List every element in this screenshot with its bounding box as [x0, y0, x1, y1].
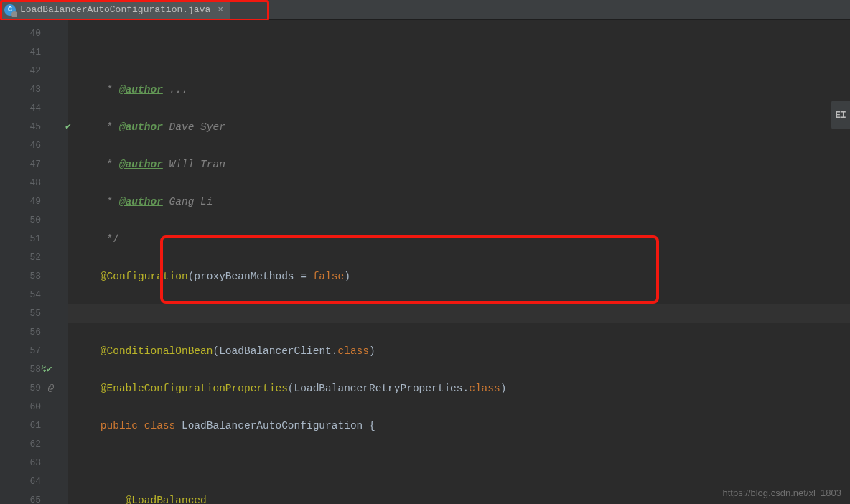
- current-line-highlight: [68, 304, 850, 323]
- code-line: @EnableConfigurationProperties(LoadBalan…: [75, 379, 850, 398]
- editor-tab[interactable]: LoadBalancerAutoConfiguration.java ×: [0, 0, 230, 19]
- line-number: 54: [0, 286, 41, 304]
- tab-bar: LoadBalancerAutoConfiguration.java ×: [0, 0, 850, 20]
- line-number: 65: [0, 491, 41, 504]
- code-line: * @author Will Tran: [75, 155, 850, 174]
- watermark: https://blog.csdn.net/xl_1803: [722, 487, 841, 498]
- code-line: @ConditionalOnBean(LoadBalancerClient.cl…: [75, 342, 850, 360]
- line-number: 60: [0, 398, 41, 416]
- line-number: 47: [0, 155, 41, 174]
- line-number: 45: [0, 118, 41, 136]
- code-line: public class LoadBalancerAutoConfigurati…: [75, 416, 850, 435]
- line-number: 51: [0, 230, 41, 248]
- line-number: 46: [0, 136, 41, 155]
- gutter: 40 41 42 43 44 45 46 47 48 49 50 51 52 5…: [0, 20, 68, 504]
- line-number: 41: [0, 43, 41, 62]
- line-number: 64: [0, 472, 41, 491]
- line-number: 56: [0, 323, 41, 342]
- line-number: 42: [0, 62, 41, 80]
- code-line: [75, 454, 850, 472]
- close-icon[interactable]: ×: [218, 4, 223, 15]
- line-number: 55: [0, 304, 41, 323]
- code-line: * @author ...: [75, 80, 850, 99]
- override-icon[interactable]: ↯✔: [41, 360, 52, 379]
- code-line: @Configuration(proxyBeanMethods = false): [75, 267, 850, 286]
- line-number: 50: [0, 211, 41, 230]
- line-number: 48: [0, 174, 41, 192]
- line-number: 43: [0, 80, 41, 99]
- java-class-icon: [4, 4, 16, 16]
- line-number: 53: [0, 267, 41, 286]
- line-number: 49: [0, 192, 41, 211]
- line-number: 44: [0, 99, 41, 118]
- bean-icon[interactable]: @: [48, 379, 54, 398]
- code-line: * @author Gang Li: [75, 192, 850, 211]
- line-number: 62: [0, 435, 41, 454]
- tab-filename: LoadBalancerAutoConfiguration.java: [20, 4, 210, 15]
- code-line: * @author Dave Syer: [75, 118, 850, 136]
- line-number: 63: [0, 454, 41, 472]
- line-number: 58: [0, 360, 41, 379]
- code-area[interactable]: * @author ... * @author Dave Syer * @aut…: [68, 20, 850, 504]
- code-editor[interactable]: 40 41 42 43 44 45 46 47 48 49 50 51 52 5…: [0, 20, 850, 504]
- line-number: 40: [0, 24, 41, 43]
- line-number: 59: [0, 379, 41, 398]
- right-sidebar-tool[interactable]: EI: [831, 101, 850, 129]
- line-number: 57: [0, 342, 41, 360]
- code-line: */: [75, 230, 850, 248]
- line-number: 52: [0, 248, 41, 267]
- line-number: 61: [0, 416, 41, 435]
